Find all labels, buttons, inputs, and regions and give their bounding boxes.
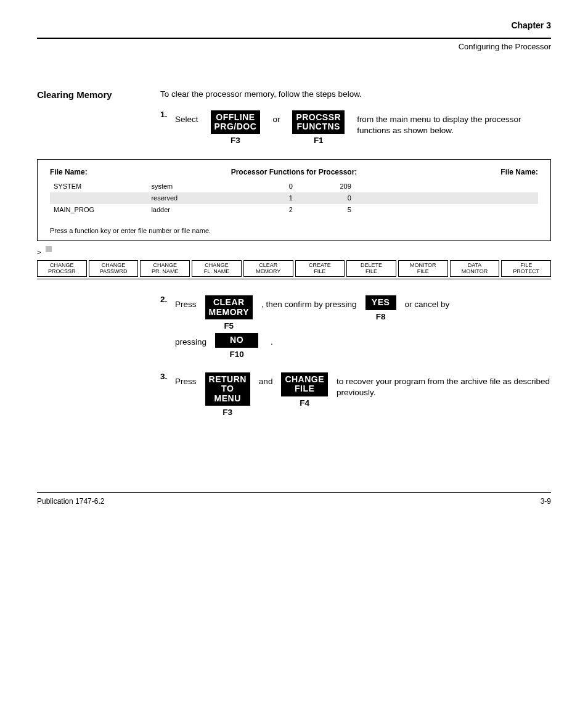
screen-center-head: Processor Functions for Processor: [88, 167, 501, 177]
step-number: 3. [160, 371, 175, 382]
section-title: Clearing Memory [37, 89, 160, 101]
screen-left-head: File Name: [50, 167, 88, 177]
step2-pressing: pressing [175, 333, 206, 348]
chapter-title: Configuring the Processor [37, 41, 551, 52]
fn-change-fl-name[interactable]: CHANGEFL. NAME [192, 260, 242, 277]
processor-functions-screen: File Name: Processor Functions for Proce… [37, 159, 551, 242]
chapter-number: Chapter 3 [37, 20, 551, 31]
fn-change-pr-name[interactable]: CHANGEPR. NAME [140, 260, 190, 277]
step2-press: Press [175, 295, 197, 310]
fn-change-passwrd[interactable]: CHANGEPASSWRD [89, 260, 139, 277]
step-number: 2. [160, 294, 175, 305]
step2-suffix: , then confirm by pressing [261, 295, 357, 310]
table-row: MAIN_PROG ladder 2 5 [50, 204, 538, 216]
cursor-prompt: > [37, 248, 41, 256]
yes-key[interactable]: YES F8 [365, 295, 396, 322]
function-key-bar: CHANGEPROCSSR CHANGEPASSWRD CHANGEPR. NA… [37, 260, 551, 277]
table-row: SYSTEM system 0 209 [50, 181, 538, 192]
footer-publication: Publication 1747-6.2 [37, 496, 104, 506]
fn-delete-file[interactable]: DELETEFILE [346, 260, 396, 277]
cursor-icon [46, 246, 52, 252]
fn-clear-memory[interactable]: CLEARMEMORY [243, 260, 293, 277]
step1-suffix: from the main menu to display the proces… [357, 110, 551, 136]
step2-period: . [271, 333, 273, 348]
step1-prefix: Select [175, 110, 198, 125]
change-file-key[interactable]: CHANGEFILE F4 [281, 372, 328, 409]
step3-and: and [259, 372, 273, 387]
return-to-menu-key[interactable]: RETURNTO MENU F3 [205, 372, 250, 418]
step1-or: or [272, 110, 280, 125]
procssr-functns-key[interactable]: PROCSSRFUNCTNS F1 [292, 110, 345, 147]
step3-suffix: to recover your program from the archive… [337, 372, 551, 398]
fn-data-monitor[interactable]: DATAMONITOR [450, 260, 500, 277]
footer-page-number: 3-9 [541, 496, 551, 506]
step-number: 1. [160, 109, 175, 120]
fn-monitor-file[interactable]: MONITORFILE [398, 260, 448, 277]
screen-right-head: File Name: [500, 167, 538, 177]
no-key[interactable]: NO F10 [215, 333, 258, 360]
table-row: reserved 1 0 [50, 192, 538, 204]
step3-press: Press [175, 372, 197, 387]
section-intro: To clear the processor memory, follow th… [160, 89, 551, 100]
fn-file-protect[interactable]: FILEPROTECT [501, 260, 551, 277]
clear-memory-key[interactable]: CLEARMEMORY F5 [205, 295, 253, 332]
fn-change-procssr[interactable]: CHANGEPROCSSR [37, 260, 87, 277]
offline-prg-doc-key[interactable]: OFFLINEPRG/DOC F3 [211, 110, 261, 147]
step2-yes-suffix: or cancel by [405, 295, 450, 310]
fn-create-file[interactable]: CREATEFILE [295, 260, 345, 277]
screen-prompt: Press a function key or enter file numbe… [50, 226, 538, 236]
